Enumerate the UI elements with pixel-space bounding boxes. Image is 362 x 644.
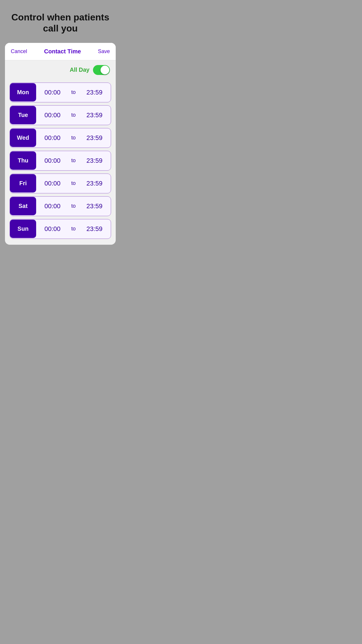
all-day-label: All Day bbox=[70, 66, 89, 73]
schedule-list: Mon00:00to23:59Tue00:00to23:59Wed00:00to… bbox=[5, 80, 116, 245]
day-label-wed: Wed bbox=[10, 129, 36, 147]
page-title: Control when patients call you bbox=[0, 0, 121, 43]
toggle-knob bbox=[101, 66, 109, 74]
from-time-thu[interactable]: 00:00 bbox=[44, 157, 60, 164]
schedule-row[interactable]: Sun00:00to23:59 bbox=[10, 219, 111, 239]
to-time-thu[interactable]: 23:59 bbox=[86, 157, 102, 164]
all-day-row: All Day bbox=[5, 60, 116, 80]
cancel-button[interactable]: Cancel bbox=[11, 48, 27, 55]
to-label-fri: to bbox=[71, 180, 75, 186]
to-time-tue[interactable]: 23:59 bbox=[86, 111, 102, 119]
time-section-thu: 00:00to23:59 bbox=[36, 151, 111, 170]
schedule-row[interactable]: Sat00:00to23:59 bbox=[10, 196, 111, 216]
time-section-wed: 00:00to23:59 bbox=[36, 128, 111, 148]
from-time-mon[interactable]: 00:00 bbox=[44, 89, 60, 96]
day-label-tue: Tue bbox=[10, 106, 36, 124]
time-section-fri: 00:00to23:59 bbox=[36, 174, 111, 193]
day-label-sun: Sun bbox=[10, 220, 36, 238]
nav-title: Contact Time bbox=[44, 48, 81, 55]
to-label-sat: to bbox=[71, 203, 75, 209]
schedule-row[interactable]: Tue00:00to23:59 bbox=[10, 105, 111, 125]
day-label-mon: Mon bbox=[10, 83, 36, 102]
time-section-sun: 00:00to23:59 bbox=[36, 219, 111, 239]
time-section-sat: 00:00to23:59 bbox=[36, 197, 111, 216]
to-label-tue: to bbox=[71, 112, 75, 118]
from-time-sat[interactable]: 00:00 bbox=[44, 202, 60, 210]
schedule-row[interactable]: Wed00:00to23:59 bbox=[10, 128, 111, 148]
to-label-sun: to bbox=[71, 226, 75, 232]
day-label-fri: Fri bbox=[10, 174, 36, 192]
to-time-sat[interactable]: 23:59 bbox=[86, 202, 102, 210]
schedule-row[interactable]: Fri00:00to23:59 bbox=[10, 174, 111, 193]
to-label-thu: to bbox=[71, 158, 75, 164]
to-label-wed: to bbox=[71, 135, 75, 141]
day-label-sat: Sat bbox=[10, 197, 36, 215]
from-time-tue[interactable]: 00:00 bbox=[44, 111, 60, 119]
to-time-sun[interactable]: 23:59 bbox=[86, 225, 102, 233]
to-time-wed[interactable]: 23:59 bbox=[86, 134, 102, 142]
schedule-row[interactable]: Mon00:00to23:59 bbox=[10, 83, 111, 102]
nav-bar: Cancel Contact Time Save bbox=[5, 43, 116, 60]
to-label-mon: to bbox=[71, 89, 75, 95]
to-time-fri[interactable]: 23:59 bbox=[86, 180, 102, 187]
from-time-wed[interactable]: 00:00 bbox=[44, 134, 60, 142]
from-time-fri[interactable]: 00:00 bbox=[44, 180, 60, 187]
from-time-sun[interactable]: 00:00 bbox=[44, 225, 60, 233]
contact-time-card: Cancel Contact Time Save All Day Mon00:0… bbox=[5, 43, 116, 245]
time-section-mon: 00:00to23:59 bbox=[36, 83, 111, 102]
to-time-mon[interactable]: 23:59 bbox=[86, 89, 102, 96]
day-label-thu: Thu bbox=[10, 151, 36, 170]
save-button[interactable]: Save bbox=[98, 48, 110, 55]
time-section-tue: 00:00to23:59 bbox=[36, 106, 111, 125]
schedule-row[interactable]: Thu00:00to23:59 bbox=[10, 151, 111, 171]
all-day-toggle[interactable] bbox=[93, 65, 110, 75]
